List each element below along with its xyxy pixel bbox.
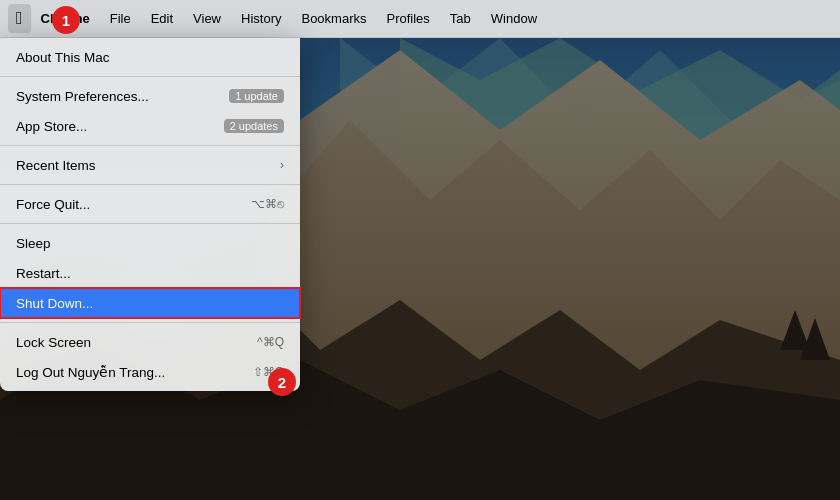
menu-restart[interactable]: Restart... <box>0 258 300 288</box>
menu-item-label: Force Quit... <box>16 197 90 212</box>
menu-about-this-mac[interactable]: About This Mac <box>0 42 300 72</box>
menu-item-label: Restart... <box>16 266 71 281</box>
menu-item-right: 1 update <box>229 89 284 103</box>
menu-force-quit[interactable]: Force Quit... ⌥⌘⎋ <box>0 189 300 219</box>
menubar-tab[interactable]: Tab <box>440 7 481 30</box>
menubar-edit[interactable]: Edit <box>141 7 183 30</box>
menu-item-label: App Store... <box>16 119 87 134</box>
menu-separator-4 <box>0 223 300 224</box>
step-2-indicator: 2 <box>268 368 296 396</box>
menubar-view[interactable]: View <box>183 7 231 30</box>
system-prefs-badge: 1 update <box>229 89 284 103</box>
menu-item-label: Log Out Nguyễn Trang... <box>16 364 165 380</box>
menu-log-out[interactable]: Log Out Nguyễn Trang... ⇧⌘Q <box>0 357 300 387</box>
menubar-bookmarks[interactable]: Bookmarks <box>291 7 376 30</box>
menu-item-arrow: › <box>280 158 284 172</box>
menu-item-label: System Preferences... <box>16 89 149 104</box>
menu-item-label: Shut Down... <box>16 296 93 311</box>
menubar-window[interactable]: Window <box>481 7 547 30</box>
menubar:  Chrome File Edit View History Bookmark… <box>0 0 840 38</box>
menu-item-label: Sleep <box>16 236 51 251</box>
menubar-profiles[interactable]: Profiles <box>377 7 440 30</box>
menu-lock-screen[interactable]: Lock Screen ^⌘Q <box>0 327 300 357</box>
menu-item-right: 2 updates <box>224 119 284 133</box>
step-1-indicator: 1 <box>52 6 80 34</box>
menu-system-preferences[interactable]: System Preferences... 1 update <box>0 81 300 111</box>
menu-separator-3 <box>0 184 300 185</box>
menu-item-label: Recent Items <box>16 158 96 173</box>
menu-item-label: About This Mac <box>16 50 110 65</box>
app-store-badge: 2 updates <box>224 119 284 133</box>
menu-item-label: Lock Screen <box>16 335 91 350</box>
menu-separator-1 <box>0 76 300 77</box>
menu-sleep[interactable]: Sleep <box>0 228 300 258</box>
apple-menu-button[interactable]:  <box>8 4 31 33</box>
menu-item-shortcut: ⌥⌘⎋ <box>251 197 284 211</box>
menubar-file[interactable]: File <box>100 7 141 30</box>
menubar-history[interactable]: History <box>231 7 291 30</box>
menu-separator-5 <box>0 322 300 323</box>
menu-shut-down[interactable]: Shut Down... <box>0 288 300 318</box>
apple-dropdown-menu: About This Mac System Preferences... 1 u… <box>0 38 300 391</box>
menu-app-store[interactable]: App Store... 2 updates <box>0 111 300 141</box>
menu-recent-items[interactable]: Recent Items › <box>0 150 300 180</box>
menu-separator-2 <box>0 145 300 146</box>
menu-item-shortcut: ^⌘Q <box>257 335 284 349</box>
